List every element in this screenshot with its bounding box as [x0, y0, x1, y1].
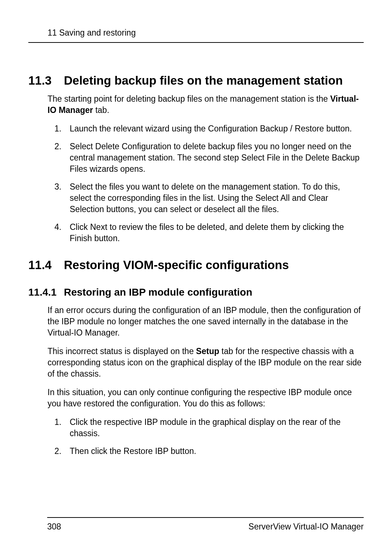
bold-text: Select File	[241, 153, 280, 162]
list-number: 2.	[54, 141, 70, 175]
subsection-title: Restoring an IBP module configuration	[64, 287, 252, 298]
section-title: Deleting backup files on the management …	[64, 74, 364, 88]
list-number: 4.	[54, 222, 70, 244]
paragraph: In this situation, you can only continue…	[48, 387, 364, 409]
list-item: 4. Click Next to review the files to be …	[54, 222, 364, 244]
steps-list-11-4-1: 1. Click the respective IBP module in th…	[54, 417, 364, 457]
section-number: 11.4	[28, 258, 64, 272]
page-container: 11 Saving and restoring 11.3 Deleting ba…	[0, 0, 392, 492]
list-text: Select the files you want to delete on t…	[70, 181, 364, 215]
bold-text: Next	[90, 222, 107, 232]
bold-text: Setup	[196, 346, 219, 356]
steps-list-11-3: 1. Launch the relevant wizard using the …	[54, 123, 364, 244]
bold-text: Select All	[255, 193, 290, 203]
page-number: 308	[47, 522, 61, 532]
list-number: 1.	[54, 123, 70, 134]
text: Select	[70, 142, 95, 151]
text: Launch the relevant wizard using the	[70, 124, 208, 133]
text: to review the files to be deleted, and d…	[107, 222, 344, 232]
running-header: 11 Saving and restoring	[48, 28, 364, 38]
section-11-4-heading: 11.4 Restoring VIOM-specific configurati…	[28, 258, 364, 272]
section-number: 11.3	[28, 74, 64, 88]
list-text: Click the respective IBP module in the g…	[70, 417, 364, 439]
list-item: 2. Select Delete Configuration to delete…	[54, 141, 364, 175]
text: buttons, you can select or deselect all …	[104, 204, 279, 214]
footer-rule	[47, 517, 364, 518]
list-text: Then click the Restore IBP button.	[70, 446, 364, 457]
list-item: 1. Click the respective IBP module in th…	[54, 417, 364, 439]
text: Click	[70, 222, 90, 232]
document-title: ServerView Virtual-IO Manager	[249, 522, 364, 532]
list-item: 3. Select the files you want to delete o…	[54, 181, 364, 215]
text: tab.	[93, 105, 109, 115]
list-text: Launch the relevant wizard using the Con…	[70, 123, 364, 134]
list-text: Select Delete Configuration to delete ba…	[70, 141, 364, 175]
text: in the	[280, 153, 305, 162]
bold-text: Restore IBP	[123, 446, 168, 456]
paragraph: If an error occurs during the configurat…	[48, 305, 364, 338]
list-item: 2. Then click the Restore IBP button.	[54, 446, 364, 457]
section-11-4-1-heading: 11.4.1 Restoring an IBP module configura…	[28, 287, 364, 298]
bold-text: Finish	[70, 234, 92, 243]
list-number: 3.	[54, 181, 70, 215]
text: The starting point for deleting backup f…	[48, 94, 330, 104]
text: button.	[324, 124, 352, 133]
list-text: Click Next to review the files to be del…	[70, 222, 364, 244]
bold-text: Delete Configuration	[95, 142, 171, 151]
text: This incorrect status is displayed on th…	[48, 346, 196, 356]
text: button.	[168, 446, 196, 456]
subsection-number: 11.4.1	[28, 287, 64, 298]
header-rule	[28, 42, 364, 43]
list-item: 1. Launch the relevant wizard using the …	[54, 123, 364, 134]
text: button.	[92, 234, 120, 243]
page-footer: 308 ServerView Virtual-IO Manager	[47, 522, 364, 532]
text: Then click the	[70, 446, 123, 456]
text: and	[290, 193, 308, 203]
section-title: Restoring VIOM-specific configurations	[64, 258, 364, 272]
bold-text: Configuration Backup / Restore	[208, 124, 324, 133]
list-number: 1.	[54, 417, 70, 439]
paragraph: This incorrect status is displayed on th…	[48, 346, 364, 380]
list-number: 2.	[54, 446, 70, 457]
section-11-3-heading: 11.3 Deleting backup files on the manage…	[28, 74, 364, 88]
intro-paragraph: The starting point for deleting backup f…	[48, 93, 364, 116]
text: wizards opens.	[87, 164, 146, 174]
